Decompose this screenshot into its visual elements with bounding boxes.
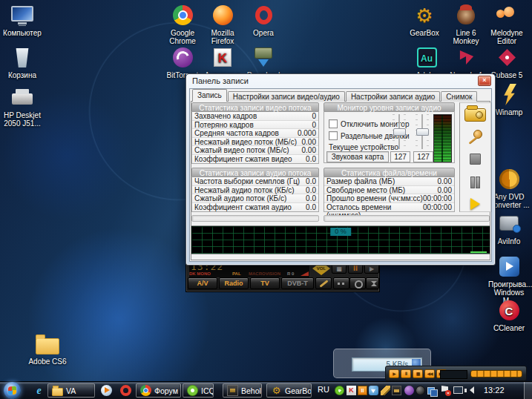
volume-tray-icon[interactable]	[464, 386, 474, 395]
taskbar-button-behold[interactable]: Behold ...	[223, 383, 262, 398]
taskbar-button-icq[interactable]: ICQ	[183, 383, 214, 398]
show-desktop-button[interactable]	[524, 382, 532, 399]
progress-percent-badge: 0 %	[330, 228, 351, 236]
line6-monkey-icon	[445, 4, 487, 27]
left-volume-slider[interactable]	[392, 114, 407, 149]
tab-snapshot[interactable]: Снимок	[441, 91, 477, 102]
record-audio-button[interactable]	[464, 130, 487, 145]
stop-icon	[470, 154, 481, 165]
slider-thumb[interactable]	[416, 128, 429, 136]
stats-row: Размер файла (МБ)0.00	[324, 177, 454, 186]
behold-tv-tray-icon[interactable]	[392, 386, 401, 395]
stats-table: Захвачено кадров0Потеряно кадров0Средняя…	[191, 112, 319, 164]
gear-icon: ⚙	[271, 385, 282, 396]
right-level-value[interactable]: 127	[413, 151, 433, 162]
mini-stop-button[interactable]: ■	[413, 369, 423, 378]
desktop-icon-melodyne[interactable]: MelodyneEditor	[486, 4, 528, 45]
cubase-icon	[486, 46, 528, 70]
kaspersky-tray-icon[interactable]: K	[347, 386, 356, 395]
network-tray-icon[interactable]	[453, 386, 463, 394]
tv-settings-button[interactable]	[315, 277, 332, 289]
desktop-icon-hp-printer[interactable]: HP Deskjet2050 J51...	[1, 86, 43, 128]
tv-dvbt-button[interactable]: DVB-T	[281, 277, 314, 289]
desktop-icon-label: GoogleChrome	[162, 29, 203, 45]
checkbox-box[interactable]	[329, 131, 338, 140]
tab-video-audio-settings[interactable]: Настройки записи видео/аудио	[228, 91, 345, 102]
taskbar-button-forum[interactable]: Форум ...	[136, 383, 181, 398]
taskbar-button-va[interactable]: VA	[47, 383, 95, 398]
audio-progress-bar	[324, 215, 490, 222]
desktop-icon-computer[interactable]: Компьютер	[1, 4, 43, 37]
behold-icon	[227, 385, 238, 396]
download-tray-icon[interactable]	[369, 386, 378, 395]
tv-channel-updown-button[interactable]	[366, 277, 379, 289]
stat-value: 0.0	[306, 155, 316, 164]
taskbar-button-label: Behold ...	[241, 386, 262, 395]
desktop-icon-mozilla-firefox[interactable]: MozillaFirefox	[202, 4, 243, 45]
stat-label: Сжатый видео поток (МБ/с)	[194, 146, 289, 154]
desktop-icon-line6-monkey[interactable]: Line 6Monkey	[445, 4, 487, 45]
slider-thumb[interactable]	[393, 128, 406, 136]
action-center-flag-icon[interactable]	[441, 386, 450, 395]
tv-record-source-button[interactable]	[349, 277, 366, 289]
play-button[interactable]	[464, 196, 487, 211]
desktop-icon-label: Adobe CS6	[27, 357, 68, 366]
stats-row: Прошло времени (чч:мм:сс)00:00:00	[324, 194, 454, 203]
mini-rewind-button[interactable]: ◀◀	[424, 369, 435, 378]
checkbox-box[interactable]	[329, 119, 338, 128]
desktop-icon-label: Line 6Monkey	[445, 29, 487, 45]
taskbar-ie-icon[interactable]: e	[30, 383, 47, 398]
mini-player-bar[interactable]: ▶II■◀◀▶▶	[385, 366, 527, 381]
stop-button[interactable]	[464, 152, 487, 168]
close-button[interactable]: ×	[478, 76, 491, 86]
dialog-titlebar[interactable]: Панель записи ×	[186, 74, 495, 88]
stat-value: 00:00:00	[423, 203, 452, 212]
tv-av-button[interactable]: A/V	[188, 277, 217, 289]
desktop-icon-label: Корзина	[1, 71, 43, 79]
stats-row: Несжатый аудио поток (КБ/с)0.0	[192, 186, 318, 195]
taskbar-button-wmp[interactable]	[97, 383, 116, 398]
hp-printer-icon	[1, 86, 43, 110]
purple-app-tray-icon[interactable]	[404, 386, 414, 395]
pause-button[interactable]	[464, 174, 487, 189]
desktop-icon-google-chrome[interactable]: GoogleChrome	[162, 4, 203, 45]
icq-tray-icon[interactable]	[335, 386, 344, 395]
taskbar-button-label: GearBox	[285, 386, 312, 395]
stats-row: Сжатый видео поток (МБ/с)0.00	[192, 146, 318, 155]
desktop-icon-ccleaner[interactable]: CCCleaner	[488, 299, 530, 332]
tv-radio-button[interactable]: Radio	[219, 277, 249, 289]
language-indicator[interactable]: RU	[318, 385, 329, 394]
stats-row: Захвачено кадров0	[192, 112, 318, 121]
stat-value: 0.0	[306, 194, 316, 202]
start-button[interactable]	[4, 382, 21, 399]
desktop-icon-recycle-bin[interactable]: Корзина	[1, 46, 43, 79]
mini-pause-button[interactable]: II	[401, 369, 411, 378]
tv-osd-text: MACROVISION	[249, 271, 280, 277]
stats-row: Сжатый аудио поток (КБ/с)0.0	[192, 194, 318, 203]
stat-label: Прошло времени (чч:мм:сс)	[326, 194, 423, 202]
stat-value: 0.00	[302, 138, 316, 146]
tv-channels-button[interactable]	[333, 277, 349, 289]
right-volume-slider[interactable]	[415, 114, 430, 149]
desktop-icon-gearbox[interactable]: ⚙GearBox	[404, 4, 445, 37]
stat-label: Средняя частота кадров	[194, 129, 279, 137]
recorder-tray-icon[interactable]	[416, 386, 425, 395]
tv-tv-button[interactable]: TV	[250, 277, 280, 289]
mini-player-progress[interactable]	[470, 370, 522, 377]
tab-audio-settings[interactable]: Настройки записи аудио	[346, 91, 440, 102]
record-video-button[interactable]	[464, 108, 487, 123]
sync-tray-icon[interactable]	[427, 386, 437, 395]
stat-value: 0.0	[306, 177, 316, 185]
left-level-value[interactable]: 127	[390, 151, 410, 162]
mini-play-button[interactable]: ▶	[389, 369, 399, 378]
pause-tray-icon[interactable]: II	[358, 386, 367, 395]
icon-glyph: ⚙	[404, 4, 445, 27]
taskbar-button-opera[interactable]	[116, 383, 135, 398]
icon-glyph: K	[202, 50, 243, 70]
editor-tray-icon[interactable]	[381, 386, 390, 395]
taskbar-button-gearbox[interactable]: ⚙GearBox	[266, 383, 312, 398]
desktop-icon-adobe-cs6[interactable]: Adobe CS6	[27, 332, 68, 366]
taskbar-clock[interactable]: 13:22	[484, 386, 505, 395]
tab-record[interactable]: Запись	[192, 89, 227, 102]
desktop-icon-opera[interactable]: Opera	[243, 4, 284, 37]
